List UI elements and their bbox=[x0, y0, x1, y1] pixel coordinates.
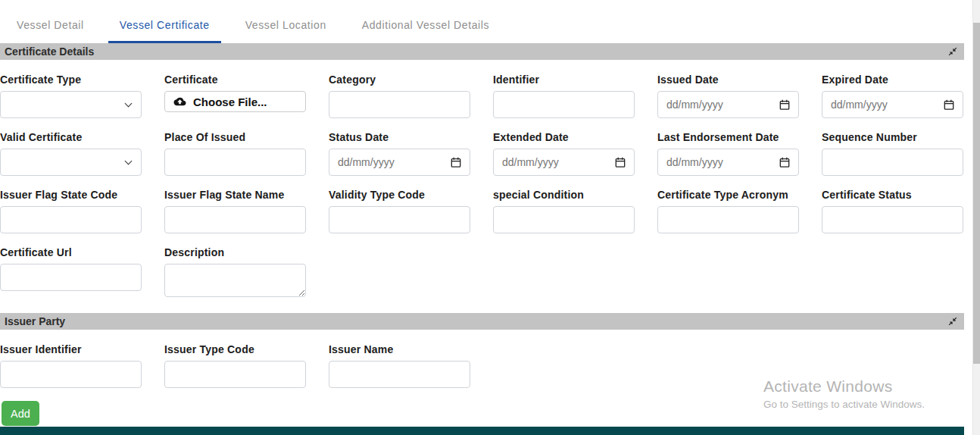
scrollbar-thumb[interactable] bbox=[973, 23, 980, 364]
field-expired-date: Expired Datedd/mm/yyyy bbox=[822, 74, 963, 118]
special-condition-input[interactable] bbox=[493, 206, 635, 233]
issuer-identifier-label: Issuer Identifier bbox=[0, 343, 142, 355]
description-textarea[interactable] bbox=[164, 264, 306, 297]
tab-additional-vessel-details[interactable]: Additional Vessel Details bbox=[351, 0, 501, 43]
calendar-icon[interactable] bbox=[779, 157, 790, 168]
sequence-number-input[interactable] bbox=[822, 149, 963, 176]
last-endorsement-date-input[interactable]: dd/mm/yyyy bbox=[657, 149, 799, 176]
field-certificate-type-acronym: Certificate Type Acronym bbox=[657, 189, 799, 233]
tab-vessel-location[interactable]: Vessel Location bbox=[234, 0, 338, 43]
fields-grid: Issuer IdentifierIssuer Type CodeIssuer … bbox=[0, 330, 964, 401]
field-extended-date: Extended Datedd/mm/yyyy bbox=[493, 131, 635, 176]
certificate-status-label: Certificate Status bbox=[822, 189, 963, 201]
field-issuer-type-code: Issuer Type Code bbox=[164, 343, 306, 388]
certificate-type-acronym-label: Certificate Type Acronym bbox=[657, 189, 799, 201]
field-issuer-name: Issuer Name bbox=[329, 343, 470, 388]
compress-icon[interactable] bbox=[948, 47, 957, 56]
place-of-issued-input[interactable] bbox=[164, 149, 306, 176]
add-button[interactable]: Add bbox=[2, 401, 39, 426]
issuer-flag-state-code-label: Issuer Flag State Code bbox=[0, 189, 142, 201]
extended-date-input[interactable]: dd/mm/yyyy bbox=[493, 149, 635, 176]
field-category: Category bbox=[329, 74, 470, 118]
field-issuer-identifier: Issuer Identifier bbox=[0, 343, 142, 388]
section-title: Issuer Party bbox=[5, 315, 65, 327]
issuer-name-input[interactable] bbox=[329, 361, 470, 388]
certificate-type-select-wrap bbox=[0, 91, 142, 118]
issuer-flag-state-name-label: Issuer Flag State Name bbox=[164, 189, 306, 201]
expired-date-label: Expired Date bbox=[822, 74, 963, 86]
field-description: Description bbox=[164, 246, 306, 300]
description-label: Description bbox=[164, 246, 306, 258]
certificate-url-input[interactable] bbox=[0, 264, 142, 291]
calendar-icon[interactable] bbox=[779, 99, 790, 111]
field-issuer-flag-state-code: Issuer Flag State Code bbox=[0, 189, 142, 233]
certificate-type-label: Certificate Type bbox=[0, 74, 142, 86]
section-issuer-party: Issuer PartyIssuer IdentifierIssuer Type… bbox=[0, 313, 964, 401]
section-certificate-details: Certificate DetailsCertificate TypeCerti… bbox=[0, 43, 964, 313]
issuer-type-code-input[interactable] bbox=[164, 361, 306, 388]
issuer-flag-state-code-input[interactable] bbox=[0, 206, 142, 233]
special-condition-label: special Condition bbox=[493, 189, 635, 201]
calendar-icon[interactable] bbox=[451, 157, 461, 168]
section-header: Issuer Party bbox=[0, 313, 964, 330]
date-placeholder: dd/mm/yyyy bbox=[831, 99, 944, 111]
field-valid-certificate: Valid Certificate bbox=[0, 131, 142, 176]
vertical-scrollbar[interactable] bbox=[972, 0, 980, 435]
field-validity-type-code: Validity Type Code bbox=[329, 189, 470, 233]
extended-date-label: Extended Date bbox=[493, 131, 635, 143]
issuer-identifier-input[interactable] bbox=[0, 361, 142, 388]
certificate-url-label: Certificate Url bbox=[0, 246, 142, 258]
identifier-input[interactable] bbox=[493, 91, 635, 118]
tab-bar: Vessel DetailVessel CertificateVessel Lo… bbox=[0, 0, 964, 43]
status-date-label: Status Date bbox=[329, 131, 470, 143]
issuer-name-label: Issuer Name bbox=[329, 343, 470, 355]
certificate-type-select[interactable] bbox=[0, 91, 142, 118]
certificate-file-button[interactable]: Choose File... bbox=[164, 91, 306, 112]
cloud-upload-icon bbox=[173, 95, 187, 108]
place-of-issued-label: Place Of Issued bbox=[164, 131, 306, 143]
field-issued-date: Issued Datedd/mm/yyyy bbox=[657, 74, 799, 118]
form-sections: Certificate DetailsCertificate TypeCerti… bbox=[0, 43, 964, 401]
last-endorsement-date-label: Last Endorsement Date bbox=[657, 131, 799, 143]
date-placeholder: dd/mm/yyyy bbox=[338, 156, 451, 168]
compress-icon[interactable] bbox=[948, 317, 957, 326]
identifier-label: Identifier bbox=[493, 74, 635, 86]
tab-vessel-certificate[interactable]: Vessel Certificate bbox=[108, 0, 221, 43]
field-identifier: Identifier bbox=[493, 74, 635, 118]
field-issuer-flag-state-name: Issuer Flag State Name bbox=[164, 189, 306, 233]
fields-grid: Certificate TypeCertificateChoose File..… bbox=[0, 60, 964, 313]
field-certificate: CertificateChoose File... bbox=[164, 74, 306, 118]
issued-date-label: Issued Date bbox=[657, 74, 799, 86]
field-certificate-status: Certificate Status bbox=[822, 189, 963, 233]
issuer-flag-state-name-input[interactable] bbox=[164, 206, 306, 233]
certificate-status-input[interactable] bbox=[822, 206, 963, 233]
tab-vessel-detail[interactable]: Vessel Detail bbox=[5, 0, 95, 43]
field-place-of-issued: Place Of Issued bbox=[164, 131, 306, 176]
valid-certificate-select[interactable] bbox=[0, 149, 142, 176]
calendar-icon[interactable] bbox=[944, 99, 954, 111]
date-placeholder: dd/mm/yyyy bbox=[666, 99, 779, 111]
vessel-form-page: Vessel DetailVessel CertificateVessel Lo… bbox=[0, 0, 964, 426]
field-status-date: Status Datedd/mm/yyyy bbox=[329, 131, 470, 176]
sequence-number-label: Sequence Number bbox=[822, 131, 963, 143]
calendar-icon[interactable] bbox=[615, 157, 626, 168]
certificate-label: Certificate bbox=[164, 74, 306, 86]
valid-certificate-select-wrap bbox=[0, 149, 142, 176]
date-placeholder: dd/mm/yyyy bbox=[666, 156, 779, 168]
field-last-endorsement-date: Last Endorsement Datedd/mm/yyyy bbox=[657, 131, 799, 176]
valid-certificate-label: Valid Certificate bbox=[0, 131, 142, 143]
category-input[interactable] bbox=[329, 91, 470, 118]
issued-date-input[interactable]: dd/mm/yyyy bbox=[657, 91, 799, 118]
footer-bar bbox=[0, 427, 964, 435]
status-date-input[interactable]: dd/mm/yyyy bbox=[329, 149, 470, 176]
section-header: Certificate Details bbox=[0, 43, 964, 60]
validity-type-code-label: Validity Type Code bbox=[329, 189, 470, 201]
certificate-type-acronym-input[interactable] bbox=[657, 206, 799, 233]
category-label: Category bbox=[329, 74, 470, 86]
date-placeholder: dd/mm/yyyy bbox=[502, 156, 615, 168]
field-certificate-type: Certificate Type bbox=[0, 74, 142, 118]
expired-date-input[interactable]: dd/mm/yyyy bbox=[822, 91, 963, 118]
section-title: Certificate Details bbox=[5, 45, 94, 58]
validity-type-code-input[interactable] bbox=[329, 206, 470, 233]
issuer-type-code-label: Issuer Type Code bbox=[164, 343, 306, 355]
